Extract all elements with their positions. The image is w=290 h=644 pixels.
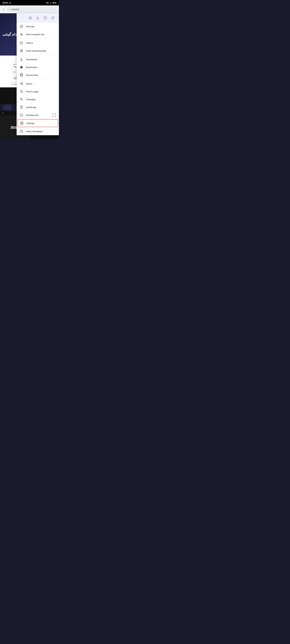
downloads-icon <box>20 58 23 61</box>
site-identity-icon: ⊙ <box>9 8 11 10</box>
browser-menu: New tab New Incognito tab History <box>17 13 59 135</box>
history-label: History <box>26 42 56 44</box>
svg-line-22 <box>20 34 21 34</box>
home-button[interactable]: ⌂ <box>2 7 6 12</box>
install-app-label: Install app <box>26 106 56 108</box>
browser-bar: ⌂ ⊙ zoomit.ir <box>0 6 59 13</box>
url-text: zoomit.ir <box>11 8 19 10</box>
status-bar: 10:52 ◯ 4G ▲ 85% <box>0 0 59 6</box>
menu-item-help-feedback[interactable]: Help & feedback <box>17 128 59 135</box>
battery-label: 85% <box>53 2 57 4</box>
bookmarks-label: Bookmarks <box>26 66 56 68</box>
menu-item-clear-browsing[interactable]: Clear browsing data <box>17 47 59 55</box>
settings-label: Settings <box>26 122 56 124</box>
svg-marker-13 <box>29 16 32 19</box>
share-label: Share… <box>26 82 56 85</box>
refresh-button[interactable] <box>50 15 56 20</box>
svg-rect-27 <box>21 74 23 76</box>
svg-marker-25 <box>20 66 23 68</box>
menu-item-translate[interactable]: Translate… <box>17 96 59 103</box>
info-button[interactable] <box>43 15 48 20</box>
settings-icon <box>20 121 24 125</box>
svg-point-21 <box>21 34 23 36</box>
recent-tabs-label: Recent tabs <box>26 74 56 76</box>
desktop-site-label: Desktop site <box>26 114 50 116</box>
find-in-page-label: Find in page <box>26 90 56 93</box>
menu-item-new-incognito[interactable]: New Incognito tab <box>17 30 59 38</box>
share-icon <box>20 82 23 86</box>
svg-rect-26 <box>20 74 23 76</box>
translate-label: Translate… <box>26 98 56 101</box>
ad-close-button[interactable]: ✕ <box>2 112 4 114</box>
svg-point-20 <box>21 33 22 34</box>
svg-line-31 <box>21 84 22 84</box>
desktop-icon <box>20 113 23 117</box>
url-bar[interactable]: ⊙ zoomit.ir <box>7 7 57 12</box>
install-icon <box>20 105 23 109</box>
back-arrow-icon: ← <box>6 106 9 109</box>
svg-point-40 <box>21 123 22 124</box>
menu-item-bookmarks[interactable]: Bookmarks <box>17 63 59 71</box>
svg-point-29 <box>20 83 21 84</box>
downloads-label: Downloads <box>26 58 56 61</box>
new-incognito-label: New Incognito tab <box>26 33 56 36</box>
bookmarks-icon <box>20 65 23 69</box>
help-icon <box>20 130 23 133</box>
desktop-site-checkbox[interactable] <box>53 113 56 117</box>
menu-item-history[interactable]: History <box>17 39 59 47</box>
svg-line-32 <box>21 83 22 84</box>
download-button[interactable] <box>35 15 41 20</box>
svg-point-41 <box>20 130 23 133</box>
status-right: 4G ▲ 85% <box>46 2 57 4</box>
new-tab-icon <box>20 24 23 28</box>
clear-browsing-label: Clear browsing data <box>26 50 56 52</box>
menu-item-find-in-page[interactable]: Find in page <box>17 88 59 96</box>
bookmark-button[interactable] <box>28 15 33 20</box>
menu-toolbar <box>17 13 59 22</box>
svg-rect-37 <box>20 114 23 116</box>
time: 10:52 <box>3 2 8 4</box>
forward-button[interactable] <box>20 15 26 20</box>
network-label: 4G <box>46 2 49 4</box>
back-pill[interactable]: ← <box>3 105 12 110</box>
recent-tabs-icon <box>20 73 23 77</box>
help-feedback-label: Help & feedback <box>26 130 56 133</box>
svg-line-34 <box>22 92 23 93</box>
menu-item-settings[interactable]: Settings <box>18 119 58 127</box>
svg-line-23 <box>22 34 23 34</box>
menu-item-recent-tabs[interactable]: Recent tabs <box>17 71 59 79</box>
find-icon <box>20 90 23 93</box>
menu-item-share[interactable]: Share… <box>17 80 59 88</box>
separator-3 <box>17 79 59 80</box>
signal-icon: ▲ <box>50 2 52 4</box>
status-left: 10:52 ◯ <box>3 2 11 4</box>
menu-item-desktop-site[interactable]: Desktop site <box>17 111 59 119</box>
new-tab-label: New tab <box>26 25 56 28</box>
menu-item-new-tab[interactable]: New tab <box>17 22 59 30</box>
translate-icon <box>20 98 23 101</box>
separator-1 <box>17 38 59 39</box>
menu-item-downloads[interactable]: Downloads <box>17 56 59 63</box>
menu-item-install-app[interactable]: Install app <box>17 103 59 111</box>
instagram-icon: ◯ <box>9 2 11 4</box>
incognito-icon <box>20 32 23 36</box>
svg-point-30 <box>22 84 23 85</box>
trash-icon <box>20 49 23 52</box>
svg-point-28 <box>22 82 23 83</box>
history-icon <box>20 41 23 45</box>
svg-point-8 <box>16 78 16 78</box>
